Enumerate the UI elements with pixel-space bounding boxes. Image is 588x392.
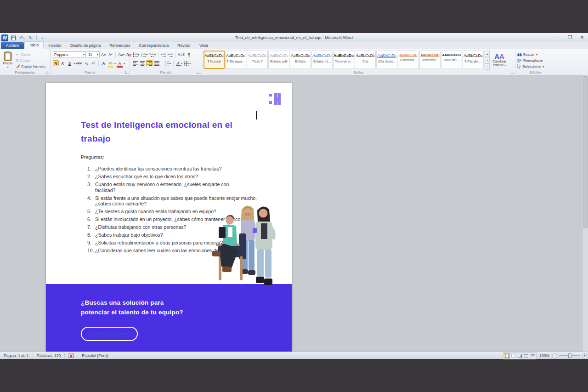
paintbrush-icon [16, 64, 20, 68]
print-layout-view-icon[interactable] [504, 353, 510, 358]
copy-button[interactable]: ⧉Copiar [15, 57, 46, 63]
style-parrafo-de-lista[interactable]: AaBbCcDc¶ Párrafo ... [463, 51, 484, 69]
outline-view-icon[interactable] [523, 353, 529, 358]
language-indicator[interactable]: Español (Perú) [78, 353, 112, 358]
font-color-icon[interactable]: A [117, 60, 123, 66]
italic-button[interactable]: K [60, 60, 66, 66]
align-right-icon[interactable] [146, 60, 153, 66]
zoom-in-button[interactable]: + [582, 353, 587, 358]
banner-heading: ¿Buscas una solución parapotenciar el ta… [81, 298, 183, 317]
zoom-out-button[interactable]: − [552, 353, 557, 358]
justify-icon[interactable] [154, 60, 160, 66]
align-left-icon[interactable] [132, 60, 138, 66]
style-enfasis-intenso[interactable]: AaBbCcDcÉnfasis int... [311, 51, 333, 69]
minimize-button[interactable]: – [554, 34, 562, 41]
format-painter-button[interactable]: Copiar formato [15, 63, 46, 69]
line-spacing-icon[interactable]: ▾ [164, 60, 171, 66]
subscript-button[interactable]: x₂ [84, 60, 90, 66]
style-referencia-intensa[interactable]: AABBCCDCReferenci... [419, 51, 441, 69]
multilevel-list-icon[interactable]: ▾ [149, 51, 156, 57]
find-button[interactable]: Buscar▾ [515, 51, 555, 57]
highlight-dropdown-icon[interactable]: ▾ [114, 62, 116, 65]
fuente-dialog-launcher[interactable] [125, 71, 129, 74]
strikethrough-button[interactable]: abc [76, 60, 83, 66]
shrink-font-icon[interactable]: A˅ [107, 51, 113, 57]
document-area: Test de inteligencia emocional en eltrab… [0, 75, 588, 352]
word-count[interactable]: Palabras: 120 [33, 353, 65, 358]
zoom-slider[interactable] [559, 355, 580, 356]
close-button[interactable]: ✕ [578, 34, 586, 41]
zoom-slider-thumb[interactable] [568, 353, 571, 358]
restore-button[interactable]: ❐ [566, 34, 574, 41]
select-button[interactable]: Seleccionar▾ [515, 63, 555, 69]
group-estilos: AaBbCcDc¶ Normal AaBbCcDc¶ Sin espa... A… [202, 50, 515, 74]
styles-gallery-scrollbar[interactable]: ▲▼▿ [485, 51, 490, 69]
scrollbar-thumb[interactable] [583, 76, 588, 228]
style-cita-destacada[interactable]: AaBbCcDcCita desta... [376, 51, 397, 69]
parrafo-group-label: Párrafo [130, 70, 202, 74]
bullets-icon[interactable]: ▾ [132, 51, 140, 57]
tab-inicio[interactable]: Inicio [24, 41, 44, 49]
sort-icon[interactable]: A⇣Z [177, 51, 185, 57]
tab-revisar[interactable]: Revisar [173, 42, 195, 49]
questions-label: Preguntas: [81, 154, 104, 160]
zoom-level[interactable]: 100% [539, 353, 549, 358]
svg-text:ac: ac [517, 60, 520, 62]
parrafo-dialog-launcher[interactable] [198, 71, 201, 74]
scissors-icon: ✂ [16, 52, 19, 57]
brand-logo [269, 93, 281, 105]
style-titulo-del-libro[interactable]: AABBCCDCTítulo del ... [441, 51, 462, 69]
style-referencia-sutil[interactable]: AABBCCDCReferenci... [398, 51, 419, 69]
style-sin-espaciado[interactable]: AaBbCcDc¶ Sin espa... [225, 51, 246, 69]
grow-font-icon[interactable]: A˄ [101, 51, 107, 57]
web-layout-view-icon[interactable] [517, 353, 523, 358]
font-size-combobox[interactable]: 11▾ [87, 51, 100, 57]
paste-button[interactable]: Pegar ▾ [2, 51, 14, 73]
change-styles-button[interactable]: AA Cambiarestilos ▾ [491, 53, 508, 67]
decrease-indent-icon[interactable] [160, 51, 166, 57]
shading-icon[interactable]: ▾ [175, 60, 183, 66]
style-texto-en-negrita[interactable]: AaBbCcDcTexto en n... [333, 51, 354, 69]
group-fuente: Poppins▾ 11▾ A˄ A˅ Aa▾ A N K S ▾ abc x₂ … [51, 50, 130, 74]
page-indicator[interactable]: Página: 1 de 1 [0, 353, 33, 358]
tab-correspondencia[interactable]: Correspondencia [135, 42, 173, 49]
style-enfasis-sutil[interactable]: AaBbCcDcÉnfasis sutil [268, 51, 289, 69]
align-center-icon[interactable] [139, 60, 145, 66]
draft-view-icon[interactable] [530, 353, 536, 358]
proofing-status[interactable] [65, 353, 78, 358]
tab-vista[interactable]: Vista [195, 42, 212, 49]
vertical-scrollbar[interactable] [582, 75, 588, 352]
demo-cta-button[interactable]: Solicitar una demo [81, 327, 138, 341]
superscript-button[interactable]: x² [90, 60, 96, 66]
numbering-icon[interactable]: 123▾ [141, 51, 148, 57]
underline-button[interactable]: S [67, 60, 73, 66]
bold-button[interactable]: N [53, 60, 59, 66]
fullscreen-reading-view-icon[interactable] [510, 353, 516, 358]
tab-diseno-de-pagina[interactable]: Diseño de página [66, 42, 105, 49]
tab-referencias[interactable]: Referencias [105, 42, 134, 49]
style-normal[interactable]: AaBbCcDc¶ Normal [204, 51, 225, 69]
increase-indent-icon[interactable] [167, 51, 173, 57]
document-page[interactable]: Test de inteligencia emocional en eltrab… [46, 83, 292, 352]
style-cita[interactable]: AaBbCcDcCita [355, 51, 376, 69]
paste-dropdown-icon[interactable]: ▾ [2, 65, 14, 68]
estilos-dialog-launcher[interactable] [511, 71, 514, 74]
change-case-icon[interactable]: Aa▾ [118, 51, 125, 57]
question-item: 3.Cuando estás muy nervioso o estresado,… [87, 182, 267, 193]
gallery-more-icon: ▿ [485, 63, 490, 70]
font-color-dropdown-icon[interactable]: ▾ [124, 62, 125, 65]
text-effects-icon[interactable]: A [101, 60, 107, 66]
tab-archivo[interactable]: Archivo [1, 42, 24, 49]
portapapeles-dialog-launcher[interactable] [46, 71, 49, 74]
tab-insertar[interactable]: Insertar [44, 42, 66, 49]
show-paragraph-marks-icon[interactable]: ¶ [186, 51, 192, 57]
group-parrafo: ▾ 123▾ ▾ A⇣Z ¶ ▾ ▾ ▾ Párraf [130, 50, 202, 74]
highlight-color-icon[interactable]: ab [107, 60, 113, 66]
style-titulo-7[interactable]: AaBbCcDcTítulo 7 [247, 51, 268, 69]
underline-dropdown-icon[interactable]: ▾ [74, 62, 75, 65]
replace-button[interactable]: abac Reemplazar [515, 57, 555, 63]
font-name-combobox[interactable]: Poppins▾ [53, 51, 86, 57]
borders-icon[interactable]: ▾ [184, 60, 191, 66]
style-enfasis[interactable]: AaBbCcDcÉnfasis [290, 51, 311, 69]
cut-button[interactable]: ✂Cortar [15, 51, 46, 57]
